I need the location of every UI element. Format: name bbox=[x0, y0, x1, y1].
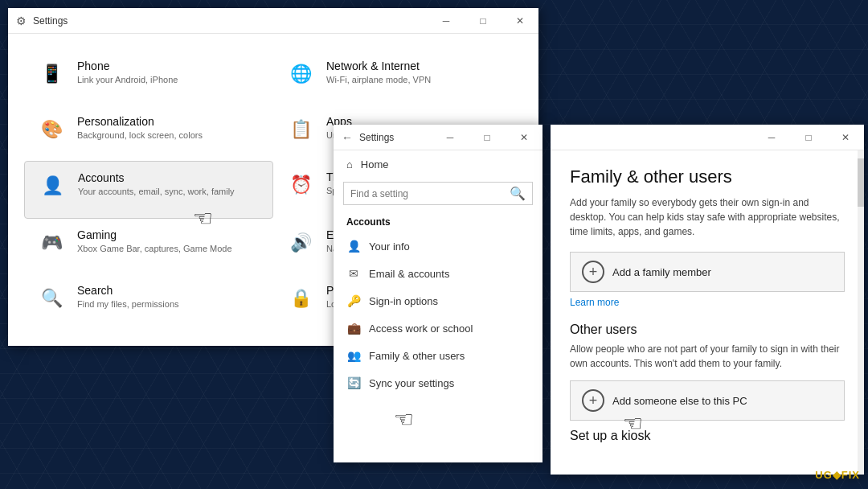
privacy-icon: 🔒 bbox=[286, 284, 315, 313]
search-desc: Find my files, permissions bbox=[77, 298, 179, 310]
other-users-header: Other users bbox=[570, 323, 845, 337]
accounts-desc: Your accounts, email, sync, work, family bbox=[78, 186, 235, 197]
network-desc: Wi-Fi, airplane mode, VPN bbox=[326, 74, 431, 85]
titlebar-title-2: Settings bbox=[359, 132, 394, 143]
settings-item-accounts[interactable]: 👤 Accounts Your accounts, email, sync, w… bbox=[24, 161, 273, 218]
email-icon: ✉ bbox=[346, 266, 361, 281]
close-button-3[interactable]: ✕ bbox=[827, 125, 864, 150]
minimize-button-1[interactable]: ─ bbox=[428, 8, 465, 34]
maximize-button-1[interactable]: □ bbox=[465, 8, 502, 34]
watermark: UG◆FIX bbox=[815, 469, 860, 481]
signin-options-label: Sign-in options bbox=[369, 295, 438, 307]
your-info-label: Your info bbox=[369, 240, 410, 253]
settings-icon: ⚙ bbox=[16, 14, 27, 27]
titlebar-controls-3: ─ □ ✕ bbox=[753, 125, 864, 150]
settings-item-personalization[interactable]: 🎨 Personalization Background, lock scree… bbox=[24, 105, 273, 161]
titlebar-1: ⚙ Settings ─ □ ✕ bbox=[8, 8, 538, 34]
network-icon: 🌐 bbox=[286, 60, 315, 88]
setup-kiosk-header: Set up a kiosk bbox=[570, 429, 845, 443]
close-button-2[interactable]: ✕ bbox=[506, 125, 542, 150]
minimize-button-3[interactable]: ─ bbox=[753, 125, 790, 150]
close-button-1[interactable]: ✕ bbox=[502, 8, 538, 34]
family-panel-desc: Add your family so everybody gets their … bbox=[570, 195, 845, 239]
home-label: Home bbox=[361, 158, 389, 171]
settings-item-search[interactable]: 🔍 Search Find my files, permissions bbox=[24, 274, 273, 330]
accounts-section-label: Accounts bbox=[334, 212, 542, 232]
back-icon[interactable]: ← bbox=[342, 131, 353, 144]
accounts-icon: 👤 bbox=[38, 171, 67, 200]
phone-title: Phone bbox=[77, 60, 178, 72]
nav-signin-options[interactable]: 🔑 Sign-in options bbox=[334, 287, 542, 314]
scrollbar[interactable] bbox=[858, 150, 864, 475]
nav-sync-settings[interactable]: 🔄 Sync your settings bbox=[334, 369, 542, 397]
add-family-member-button[interactable]: + Add a family member bbox=[570, 252, 845, 292]
time-icon: ⏰ bbox=[286, 171, 315, 199]
add-someone-label: Add someone else to this PC bbox=[612, 395, 747, 407]
settings-window-2: ← Settings ─ □ ✕ ⌂ Home 🔍 Accounts 👤 You… bbox=[334, 125, 542, 462]
sync-settings-label: Sync your settings bbox=[369, 377, 454, 389]
search-box[interactable]: 🔍 bbox=[343, 182, 533, 205]
sync-icon: 🔄 bbox=[346, 376, 361, 390]
nav-family-users[interactable]: 👥 Family & other users bbox=[334, 342, 542, 369]
titlebar-2: ← Settings ─ □ ✕ bbox=[334, 125, 542, 150]
plus-icon-family: + bbox=[582, 261, 604, 283]
phone-icon: 📱 bbox=[37, 60, 66, 88]
nav-your-info[interactable]: 👤 Your info bbox=[334, 232, 542, 260]
settings-window-3: ─ □ ✕ Family & other users Add your fami… bbox=[551, 125, 864, 475]
add-someone-button[interactable]: + Add someone else to this PC bbox=[570, 380, 845, 421]
home-icon: ⌂ bbox=[346, 158, 353, 171]
titlebar-title-1: Settings bbox=[33, 15, 68, 27]
search-glass-icon: 🔍 bbox=[510, 186, 526, 201]
gaming-desc: Xbox Game Bar, captures, Game Mode bbox=[77, 243, 232, 254]
ease-icon: 🔊 bbox=[286, 228, 315, 257]
family-users-label: Family & other users bbox=[369, 350, 465, 362]
work-school-label: Access work or school bbox=[369, 323, 473, 335]
phone-desc: Link your Android, iPhone bbox=[77, 74, 178, 85]
work-icon: 💼 bbox=[346, 321, 361, 335]
signin-icon: 🔑 bbox=[346, 294, 361, 308]
accounts-title: Accounts bbox=[78, 171, 235, 184]
settings-item-phone[interactable]: 📱 Phone Link your Android, iPhone bbox=[24, 50, 273, 105]
nav-email-accounts[interactable]: ✉ Email & accounts bbox=[334, 260, 542, 287]
email-accounts-label: Email & accounts bbox=[369, 268, 449, 280]
window2-content: ⌂ Home 🔍 Accounts 👤 Your info ✉ Email & … bbox=[334, 150, 542, 462]
gaming-title: Gaming bbox=[77, 228, 232, 241]
network-title: Network & Internet bbox=[326, 60, 431, 72]
search-input[interactable] bbox=[350, 188, 506, 199]
window3-content: Family & other users Add your family so … bbox=[551, 150, 864, 475]
settings-item-network[interactable]: 🌐 Network & Internet Wi-Fi, airplane mod… bbox=[273, 50, 522, 105]
add-family-label: Add a family member bbox=[612, 266, 711, 278]
learn-more-link[interactable]: Learn more bbox=[570, 297, 845, 308]
home-nav-item[interactable]: ⌂ Home bbox=[334, 150, 542, 179]
nav-work-school[interactable]: 💼 Access work or school bbox=[334, 314, 542, 342]
personalization-icon: 🎨 bbox=[37, 115, 66, 144]
search-icon: 🔍 bbox=[37, 284, 66, 313]
family-icon: 👥 bbox=[346, 348, 361, 363]
other-users-desc: Allow people who are not part of your fa… bbox=[570, 342, 845, 371]
personalization-desc: Background, lock screen, colors bbox=[77, 129, 203, 141]
plus-icon-other: + bbox=[582, 389, 604, 412]
gaming-icon: 🎮 bbox=[37, 228, 66, 257]
titlebar-3: ─ □ ✕ bbox=[551, 125, 864, 150]
titlebar-controls-2: ─ □ ✕ bbox=[432, 125, 542, 150]
maximize-button-3[interactable]: □ bbox=[790, 125, 827, 150]
maximize-button-2[interactable]: □ bbox=[469, 125, 506, 150]
family-panel-title: Family & other users bbox=[570, 166, 845, 187]
minimize-button-2[interactable]: ─ bbox=[432, 125, 469, 150]
your-info-icon: 👤 bbox=[346, 239, 361, 253]
personalization-title: Personalization bbox=[77, 115, 203, 128]
titlebar-left: ⚙ Settings bbox=[16, 14, 68, 27]
titlebar-controls-1: ─ □ ✕ bbox=[428, 8, 538, 34]
scrollbar-thumb bbox=[858, 158, 864, 207]
apps-icon: 📋 bbox=[286, 115, 315, 144]
settings-item-gaming[interactable]: 🎮 Gaming Xbox Game Bar, captures, Game M… bbox=[24, 219, 273, 274]
search-title: Search bbox=[77, 284, 179, 297]
titlebar-2-left: ← Settings bbox=[342, 131, 394, 144]
